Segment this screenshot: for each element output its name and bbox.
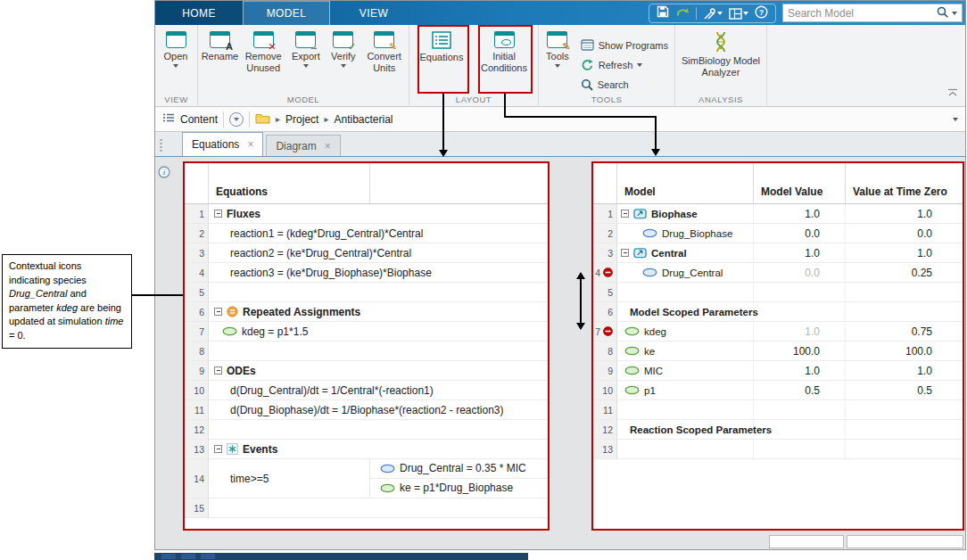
export-dropdown-caret: [303, 64, 309, 68]
equations-row-empty[interactable]: 15: [185, 498, 548, 518]
model-row-kdeg[interactable]: 7 kdeg 1.0 0.75: [593, 322, 963, 342]
equations-row-ode1[interactable]: 10 d(Drug_Central)/dt = 1/Central*(-reac…: [185, 381, 548, 400]
row-number: 1: [607, 209, 613, 219]
model-row-biophase[interactable]: 1 Biophase 1.0 1.0: [593, 204, 963, 224]
search-options-caret[interactable]: [952, 12, 957, 15]
expander-icon[interactable]: [214, 308, 222, 316]
compartment-icon: [633, 208, 647, 219]
model-value-column-header[interactable]: Model Value: [754, 163, 846, 203]
equations-row-repeated-assignments[interactable]: 6 Repeated Assignments: [185, 302, 548, 322]
tools-button-icon: ✎: [547, 31, 567, 48]
expander-icon[interactable]: [214, 366, 222, 375]
rename-icon: A: [210, 31, 230, 48]
doc-tab-equations[interactable]: Equations ×: [182, 132, 263, 156]
equations-row-events[interactable]: 13 Events: [185, 440, 548, 459]
value-at-time-zero-column-header[interactable]: Value at Time Zero: [846, 163, 963, 203]
model-table-body: 1 Biophase 1.0 1.0 2 Drug_Biophase 0.0 0…: [593, 204, 963, 529]
expander-icon[interactable]: [621, 249, 629, 257]
tab-home[interactable]: HOME: [155, 1, 243, 26]
model-row-ke[interactable]: 8 ke 100.0 100.0: [593, 342, 963, 361]
search-icon[interactable]: [937, 5, 948, 21]
doc-tab-diagram[interactable]: Diagram ×: [266, 135, 340, 156]
breadcrumb-model[interactable]: Antibacterial: [334, 113, 393, 126]
model-row-empty[interactable]: 5: [593, 283, 963, 302]
model-row-empty[interactable]: 11: [593, 400, 963, 420]
equations-row-reaction2[interactable]: 3 reaction2 = (ke*Drug_Central)*Central: [185, 243, 548, 263]
open-button[interactable]: Open: [158, 29, 194, 68]
tab-model[interactable]: MODEL: [243, 1, 330, 26]
undo-icon[interactable]: [675, 5, 690, 21]
save-icon[interactable]: [657, 5, 669, 21]
svg-text:?: ?: [759, 7, 765, 16]
expander-icon[interactable]: [214, 445, 222, 453]
close-icon[interactable]: ×: [325, 141, 331, 152]
verify-label: Verify: [331, 51, 356, 62]
equations-icon: [432, 31, 451, 49]
equations-button[interactable]: Equations: [417, 29, 466, 63]
refresh-button[interactable]: Refresh: [577, 56, 672, 73]
export-button[interactable]: → Export: [287, 29, 324, 68]
simbiology-analyzer-button[interactable]: SimBiology Model Analyzer: [680, 29, 762, 78]
model-row-drug-biophase[interactable]: 2 Drug_Biophase 0.0 0.0: [593, 224, 963, 243]
status-field: [847, 535, 963, 548]
equations-row-empty[interactable]: 8: [185, 342, 548, 361]
expander-icon[interactable]: [621, 210, 629, 218]
row-number: 12: [602, 424, 613, 435]
equations-panel-header: Equations: [185, 163, 548, 204]
equations-row-ode2[interactable]: 11 d(Drug_Biophase)/dt = 1/Biophase*(rea…: [185, 400, 548, 420]
remove-unused-button[interactable]: ✕ Remove Unused: [241, 29, 286, 73]
model-column-header[interactable]: Model: [617, 163, 754, 203]
model-row-mic[interactable]: 9 MIC 1.0 1.0: [593, 361, 963, 381]
tab-view[interactable]: VIEW: [330, 1, 417, 26]
event-assignment-ke: ke = p1*Drug_Biophase: [370, 479, 548, 498]
breadcrumb-project[interactable]: Project: [285, 113, 318, 126]
row-number: 6: [199, 307, 204, 317]
search-input[interactable]: [788, 7, 933, 20]
convert-units-button[interactable]: ✎ Convert Units: [362, 29, 406, 73]
equations-row-fluxes[interactable]: 1 Fluxes: [185, 204, 548, 224]
equations-row-empty[interactable]: 12: [185, 420, 548, 440]
info-icon[interactable]: i: [158, 166, 170, 182]
status-field: [769, 535, 844, 548]
collapse-ribbon-icon[interactable]: [947, 85, 958, 101]
model-row-reaction-scoped-parameters[interactable]: 12 Reaction Scoped Parameters: [593, 420, 963, 440]
show-programs-label: Show Programs: [599, 40, 668, 51]
show-programs-button[interactable]: Show Programs: [577, 37, 672, 54]
model-row-empty[interactable]: 13: [593, 440, 963, 459]
equations-row-kdeg[interactable]: 7 kdeg = p1*1.5: [185, 322, 548, 342]
initial-conditions-icon: [494, 31, 515, 48]
model-row-drug-central[interactable]: 4 Drug_Central 0.0 0.25: [593, 263, 963, 283]
parameter-icon: [624, 366, 640, 375]
breadcrumb-arrow-icon[interactable]: ▸: [276, 114, 280, 124]
equations-row-empty[interactable]: 5: [185, 283, 548, 302]
content-button[interactable]: Content: [180, 113, 218, 126]
expander-icon[interactable]: [214, 210, 222, 218]
annotation-arrow-equations: [442, 94, 444, 151]
annotation-double-arrow: [580, 278, 582, 324]
tools-icon[interactable]: [703, 7, 723, 21]
close-icon[interactable]: ×: [247, 139, 253, 150]
search-button[interactable]: Search: [577, 76, 672, 93]
layout-icon[interactable]: [729, 8, 748, 20]
breadcrumb-arrow-icon[interactable]: ▸: [324, 114, 328, 124]
address-dropdown-caret[interactable]: [953, 118, 958, 121]
equations-row-reaction1[interactable]: 2 reaction1 = (kdeg*Drug_Central)*Centra…: [185, 224, 548, 243]
row-number: 10: [194, 385, 204, 396]
rename-button[interactable]: A Rename: [201, 29, 239, 62]
tools-button[interactable]: ✎ Tools: [541, 29, 574, 68]
row-number: 13: [194, 444, 204, 455]
help-icon[interactable]: ?: [755, 5, 768, 22]
verify-button[interactable]: ✓ Verify: [326, 29, 360, 68]
equations-column-header[interactable]: Equations: [209, 163, 370, 203]
recent-folders-icon[interactable]: [229, 112, 244, 127]
row-number: 2: [607, 228, 613, 239]
initial-conditions-button[interactable]: Initial Conditions: [478, 29, 530, 73]
model-panel-header: Model Model Value Value at Time Zero: [593, 163, 963, 204]
verify-icon: ✓: [333, 31, 353, 48]
equations-row-reaction3[interactable]: 4 reaction3 = (ke*Drug_Biophase)*Biophas…: [185, 263, 548, 283]
model-row-central[interactable]: 3 Central 1.0 1.0: [593, 243, 963, 263]
model-row-p1[interactable]: 10 p1 0.5 0.5: [593, 381, 963, 400]
equations-row-event-time[interactable]: 14 time>=5 Drug_Central = 0.35 * MIC ke …: [185, 459, 548, 498]
equations-row-odes[interactable]: 9 ODEs: [185, 361, 548, 381]
model-row-model-scoped-parameters[interactable]: 6 Model Scoped Parameters: [593, 302, 963, 322]
